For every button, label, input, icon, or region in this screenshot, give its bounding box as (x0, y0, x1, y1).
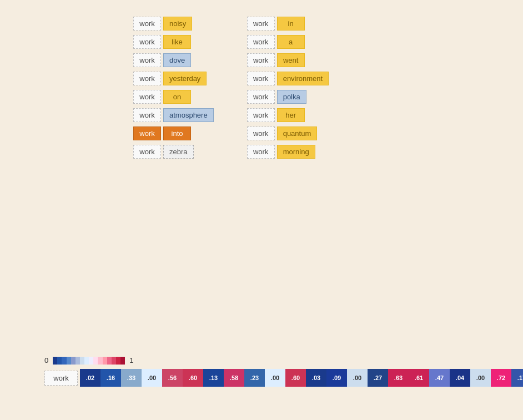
color-cell[interactable]: .60 (183, 369, 203, 387)
legend-segment (107, 357, 112, 365)
work-word[interactable]: work (133, 72, 161, 85)
pair-word[interactable]: polka (277, 90, 306, 104)
legend-segment (112, 357, 116, 365)
color-cell[interactable]: .02 (80, 369, 100, 387)
legend-segment (76, 357, 80, 365)
color-cell[interactable]: .17 (511, 369, 523, 387)
work-label[interactable]: work (44, 371, 78, 386)
pair-word[interactable]: into (163, 126, 191, 140)
word-pair: workquantum (247, 126, 329, 140)
color-cell[interactable]: .63 (388, 369, 409, 387)
color-cell[interactable]: .33 (121, 369, 142, 387)
color-cell[interactable]: .61 (409, 369, 429, 387)
legend-segment (93, 357, 98, 365)
color-cells: .02.16.33.00.56.60.13.58.23.00.60.03.09.… (80, 369, 523, 387)
left-column: worknoisyworklikeworkdoveworkyesterdaywo… (133, 17, 214, 159)
work-word[interactable]: work (247, 145, 275, 159)
color-cell[interactable]: .09 (326, 369, 347, 387)
pair-word[interactable]: a (277, 35, 305, 49)
word-pair: workher (247, 108, 329, 122)
work-word[interactable]: work (247, 17, 275, 31)
legend: 0 1 (44, 356, 523, 365)
word-pair: worka (247, 35, 329, 49)
pair-word[interactable]: dove (163, 53, 191, 67)
pair-word[interactable]: morning (277, 145, 315, 159)
word-pair: workyesterday (133, 72, 214, 85)
legend-max: 1 (129, 356, 133, 365)
word-pair: workin (247, 17, 329, 31)
work-word[interactable]: work (133, 17, 161, 31)
word-pair: workenvironment (247, 72, 329, 85)
legend-segment (71, 357, 76, 365)
color-cell[interactable]: .03 (306, 369, 326, 387)
word-pair: workon (133, 90, 214, 104)
legend-min: 0 (44, 356, 48, 365)
work-word[interactable]: work (133, 35, 161, 49)
word-pair: workmorning (247, 145, 329, 159)
color-cell[interactable]: .27 (368, 369, 388, 387)
main-content: worknoisyworklikeworkdoveworkyesterdaywo… (0, 0, 523, 159)
legend-segment (116, 357, 120, 365)
bottom-section: 0 1 work .02.16.33.00.56.60.13.58.23.00.… (44, 356, 523, 387)
pair-word[interactable]: like (163, 35, 191, 49)
color-cell[interactable]: .16 (100, 369, 121, 387)
pair-word[interactable]: her (277, 108, 305, 122)
word-pair: workinto (133, 126, 214, 140)
work-word[interactable]: work (247, 35, 275, 49)
color-cell[interactable]: .00 (347, 369, 368, 387)
legend-segment (67, 357, 71, 365)
work-word[interactable]: work (133, 126, 161, 140)
pair-word[interactable]: atmosphere (163, 108, 214, 122)
word-pair: worklike (133, 35, 214, 49)
work-word[interactable]: work (247, 53, 275, 67)
legend-segment (80, 357, 84, 365)
color-cell[interactable]: .13 (203, 369, 224, 387)
word-pair: workdove (133, 53, 214, 67)
color-cell[interactable]: .47 (429, 369, 450, 387)
legend-segment (89, 357, 93, 365)
color-cell[interactable]: .58 (224, 369, 244, 387)
work-word[interactable]: work (133, 108, 161, 122)
color-bar-container: work .02.16.33.00.56.60.13.58.23.00.60.0… (44, 369, 523, 387)
pair-word[interactable]: quantum (277, 126, 318, 140)
color-cell[interactable]: .04 (450, 369, 470, 387)
legend-gradient (53, 357, 125, 365)
color-cell[interactable]: .00 (142, 369, 162, 387)
pair-word[interactable]: yesterday (163, 72, 207, 85)
pair-word[interactable]: in (277, 17, 305, 31)
legend-segment (103, 357, 107, 365)
legend-segment (57, 357, 62, 365)
work-word[interactable]: work (247, 108, 275, 122)
color-cell[interactable]: .23 (244, 369, 265, 387)
pair-word[interactable]: zebra (163, 145, 194, 159)
pair-word[interactable]: environment (277, 72, 329, 85)
work-word[interactable]: work (133, 90, 161, 104)
work-word[interactable]: work (247, 90, 275, 104)
legend-segment (84, 357, 89, 365)
word-pair: workwent (247, 53, 329, 67)
work-word[interactable]: work (133, 145, 161, 159)
color-cell[interactable]: .00 (470, 369, 491, 387)
pair-word[interactable]: on (163, 90, 191, 104)
pair-word[interactable]: noisy (163, 17, 192, 31)
legend-segment (120, 357, 125, 365)
work-word[interactable]: work (247, 72, 275, 85)
word-pair: worknoisy (133, 17, 214, 31)
word-pair: workatmosphere (133, 108, 214, 122)
legend-segment (53, 357, 57, 365)
work-word[interactable]: work (247, 126, 275, 140)
word-pair: workzebra (133, 145, 214, 159)
legend-segment (62, 357, 66, 365)
color-cell[interactable]: .72 (491, 369, 511, 387)
pair-word[interactable]: went (277, 53, 305, 67)
color-cell[interactable]: .56 (162, 369, 183, 387)
right-column: workinworkaworkwentworkenvironmentworkpo… (247, 17, 329, 159)
work-word[interactable]: work (133, 53, 161, 67)
color-cell[interactable]: .60 (285, 369, 306, 387)
color-cell[interactable]: .00 (265, 369, 285, 387)
legend-segment (98, 357, 102, 365)
word-pair: workpolka (247, 90, 329, 104)
